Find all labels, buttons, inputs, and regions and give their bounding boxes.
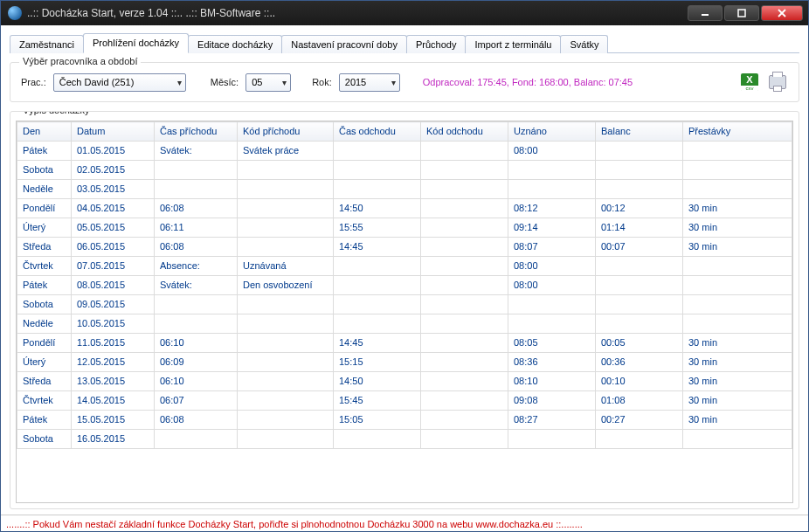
table-row[interactable]: Pátek08.05.2015Svátek:Den osvobození08:0… <box>17 276 792 295</box>
cell-uznano: 08:10 <box>508 372 596 391</box>
month-select[interactable]: 05 <box>245 73 291 92</box>
cell-den: Sobota <box>17 161 72 180</box>
cell-cas-odchodu <box>334 161 421 180</box>
filter-section: Výběr pracovníka a období Prac.: Čech Da… <box>10 62 799 102</box>
cell-cas-odchodu: 14:50 <box>334 199 421 218</box>
titlebar[interactable]: ..:: Docházka Start, verze 1.04 ::.. ..:… <box>1 1 808 25</box>
table-row[interactable]: Sobota16.05.2015 <box>17 430 792 449</box>
footer-marquee: .......:: Pokud Vám nestačí základní fun… <box>1 515 808 531</box>
col-cas-odchodu[interactable]: Čas odchodu <box>334 122 421 142</box>
cell-datum: 04.05.2015 <box>72 199 155 218</box>
app-icon <box>8 6 22 20</box>
col-kod-odchodu[interactable]: Kód odchodu <box>421 122 508 142</box>
cell-kod-prichodu <box>238 180 334 199</box>
worker-label: Prac.: <box>21 77 46 87</box>
close-icon <box>778 9 786 17</box>
tab-label: Zaměstnanci <box>19 39 74 50</box>
cell-uznano <box>508 180 596 199</box>
worker-select[interactable]: Čech David (251) <box>53 73 186 92</box>
cell-prestavky <box>683 257 792 276</box>
col-prestavky[interactable]: Přestávky <box>683 122 792 142</box>
attendance-table: Den Datum Čas příchodu Kód příchodu Čas … <box>17 121 792 449</box>
cell-balanc <box>596 430 683 449</box>
cell-uznano: 09:08 <box>508 391 596 411</box>
table-row[interactable]: Středa06.05.201506:0814:4508:0700:0730 m… <box>17 238 792 257</box>
print-button[interactable] <box>767 72 788 93</box>
table-row[interactable]: Sobota02.05.2015 <box>17 161 792 180</box>
tab-import[interactable]: Import z terminálu <box>465 35 561 53</box>
tabstrip: Zaměstnanci Prohlížení docházky Editace … <box>10 32 799 53</box>
cell-kod-prichodu <box>238 372 334 391</box>
svg-rect-1 <box>738 10 745 17</box>
tab-prohlizeni[interactable]: Prohlížení docházky <box>83 33 189 53</box>
cell-uznano: 09:14 <box>508 218 596 238</box>
tab-label: Editace docházky <box>197 39 273 50</box>
cell-cas-prichodu <box>155 295 238 314</box>
table-row[interactable]: Pátek15.05.201506:0815:0508:2700:2730 mi… <box>17 411 792 430</box>
cell-balanc <box>596 276 683 295</box>
cell-cas-prichodu <box>155 161 238 180</box>
table-row[interactable]: Středa13.05.201506:1014:5008:1000:1030 m… <box>17 372 792 391</box>
cell-balanc: 01:14 <box>596 218 683 238</box>
cell-den: Pátek <box>17 411 72 430</box>
cell-kod-odchodu <box>421 142 508 161</box>
tab-nastaveni[interactable]: Nastavení pracovní doby <box>281 35 407 53</box>
window-buttons <box>686 5 803 21</box>
cell-datum: 05.05.2015 <box>72 218 155 238</box>
cell-prestavky <box>683 430 792 449</box>
cell-uznano <box>508 314 596 334</box>
close-button[interactable] <box>761 5 803 21</box>
table-row[interactable]: Čtvrtek14.05.201506:0715:4509:0801:0830 … <box>17 391 792 411</box>
year-select[interactable]: 2015 <box>339 73 400 92</box>
cell-cas-prichodu: 06:10 <box>155 372 238 391</box>
col-cas-prichodu[interactable]: Čas příchodu <box>155 122 238 142</box>
cell-cas-odchodu: 14:45 <box>334 334 421 353</box>
col-balanc[interactable]: Balanc <box>596 122 683 142</box>
table-row[interactable]: Pátek01.05.2015Svátek:Svátek práce08:00 <box>17 142 792 161</box>
cell-cas-odchodu <box>334 142 421 161</box>
cell-datum: 07.05.2015 <box>72 257 155 276</box>
tab-pruchody[interactable]: Průchody <box>406 35 466 53</box>
cell-den: Neděle <box>17 180 72 199</box>
table-row[interactable]: Čtvrtek07.05.2015Absence:Uznávaná08:00 <box>17 257 792 276</box>
cell-cas-prichodu <box>155 180 238 199</box>
cell-cas-prichodu: Svátek: <box>155 142 238 161</box>
cell-datum: 10.05.2015 <box>72 314 155 334</box>
col-kod-prichodu[interactable]: Kód příchodu <box>238 122 334 142</box>
cell-prestavky <box>683 295 792 314</box>
cell-prestavky <box>683 180 792 199</box>
table-scroll[interactable]: Den Datum Čas příchodu Kód příchodu Čas … <box>17 121 792 502</box>
col-den[interactable]: Den <box>17 122 72 142</box>
cell-kod-prichodu: Uznávaná <box>238 257 334 276</box>
cell-kod-prichodu <box>238 218 334 238</box>
table-row[interactable]: Úterý05.05.201506:1115:5509:1401:1430 mi… <box>17 218 792 238</box>
tab-zamestnanci[interactable]: Zaměstnanci <box>10 35 84 53</box>
cell-balanc <box>596 142 683 161</box>
table-row[interactable]: Neděle10.05.2015 <box>17 314 792 334</box>
table-row[interactable]: Pondělí04.05.201506:0814:5008:1200:1230 … <box>17 199 792 218</box>
cell-prestavky <box>683 161 792 180</box>
cell-kod-prichodu <box>238 430 334 449</box>
cell-den: Středa <box>17 238 72 257</box>
cell-kod-odchodu <box>421 295 508 314</box>
cell-kod-prichodu: Den osvobození <box>238 276 334 295</box>
cell-prestavky: 30 min <box>683 334 792 353</box>
table-row[interactable]: Pondělí11.05.201506:1014:4508:0500:0530 … <box>17 334 792 353</box>
col-uznano[interactable]: Uznáno <box>508 122 596 142</box>
table-row[interactable]: Sobota09.05.2015 <box>17 295 792 314</box>
tab-svatky[interactable]: Svátky <box>560 35 608 53</box>
cell-datum: 13.05.2015 <box>72 372 155 391</box>
col-datum[interactable]: Datum <box>72 122 155 142</box>
table-row[interactable]: Úterý12.05.201506:0915:1508:3600:3630 mi… <box>17 353 792 372</box>
cell-kod-odchodu <box>421 372 508 391</box>
tab-editace[interactable]: Editace docházky <box>188 35 282 53</box>
export-csv-button[interactable] <box>739 72 760 93</box>
maximize-button[interactable] <box>724 5 759 21</box>
cell-kod-prichodu <box>238 334 334 353</box>
cell-balanc: 00:10 <box>596 372 683 391</box>
cell-uznano <box>508 295 596 314</box>
cell-cas-odchodu <box>334 180 421 199</box>
cell-datum: 12.05.2015 <box>72 353 155 372</box>
table-row[interactable]: Neděle03.05.2015 <box>17 180 792 199</box>
minimize-button[interactable] <box>688 5 723 21</box>
